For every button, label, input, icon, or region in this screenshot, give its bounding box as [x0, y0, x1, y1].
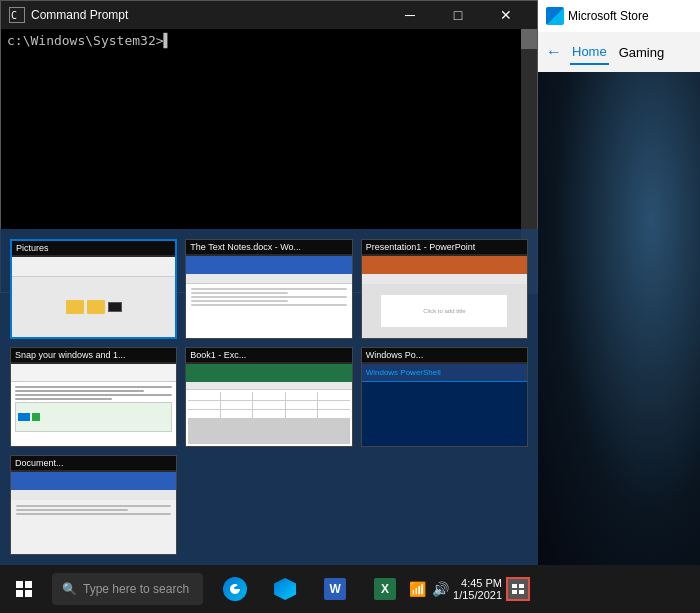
taskbar-app-store[interactable]	[261, 565, 309, 613]
excel-toolbar	[186, 364, 351, 382]
doc-line	[16, 513, 171, 515]
ms-store-icon	[546, 7, 564, 25]
excel-cell	[253, 410, 284, 418]
excel-cell	[253, 401, 284, 409]
network-icon[interactable]: 📶	[409, 581, 426, 597]
excel-cell	[318, 410, 349, 418]
ms-store-home-nav[interactable]: Home	[570, 40, 609, 65]
cmd-scrollbar-thumb[interactable]	[521, 29, 537, 49]
svg-rect-3	[519, 584, 524, 588]
folder-icon	[66, 300, 84, 314]
cmd-minimize-button[interactable]: ─	[387, 1, 433, 29]
excel-cell	[188, 392, 219, 400]
pictures-toolbar	[12, 257, 175, 277]
cmd-cursor: ▌	[164, 33, 172, 48]
thumbnail-powershell[interactable]: Windows Po... Windows PowerShell	[361, 347, 528, 447]
ps-toolbar: Windows PowerShell	[362, 364, 527, 382]
task-view-icon	[512, 584, 524, 594]
edge-content-area	[11, 382, 176, 446]
word-toolbar	[186, 256, 351, 274]
word-doc-area	[186, 284, 351, 338]
edge-snap-visual	[15, 402, 172, 432]
word-line	[191, 288, 346, 290]
start-square	[25, 581, 32, 588]
cmd-close-button[interactable]: ✕	[483, 1, 529, 29]
thumbnail-pictures-content	[12, 257, 175, 337]
ms-store-taskbar-area	[538, 565, 700, 613]
taskbar-app-word[interactable]: W	[311, 565, 359, 613]
excel-ribbon	[186, 382, 351, 390]
ppt-toolbar	[362, 256, 527, 274]
ps-terminal-area	[362, 382, 527, 446]
excel-cell	[188, 410, 219, 418]
doc-area	[11, 500, 176, 554]
start-square	[25, 590, 32, 597]
edge-line	[15, 386, 172, 388]
start-square	[16, 581, 23, 588]
doc-line	[16, 509, 128, 511]
thumbnail-powerpoint[interactable]: Presentation1 - PowerPoint Click to add …	[361, 239, 528, 339]
ppt-slide: Click to add title	[381, 295, 507, 327]
svg-text:C: C	[11, 10, 17, 21]
doc-toolbar	[11, 472, 176, 490]
excel-cell	[318, 392, 349, 400]
time-text: 4:45 PM	[453, 577, 502, 589]
snap-block	[18, 413, 30, 421]
taskbar: 🔍 Type here to search W X 📶 🔊	[0, 565, 538, 613]
search-bar[interactable]: 🔍 Type here to search	[52, 573, 203, 605]
svg-rect-2	[512, 584, 517, 588]
windows-logo-icon	[16, 581, 32, 597]
ms-store-title-text: Microsoft Store	[568, 9, 649, 23]
taskbar-right-area: 📶 🔊 4:45 PM 1/15/2021	[409, 577, 538, 601]
ms-store-back-button[interactable]: ←	[546, 43, 562, 61]
ms-store-nav: ← Home Gaming	[538, 32, 700, 72]
cmd-prompt-text: c:\Windows\System32>	[7, 33, 164, 48]
clock-display[interactable]: 4:45 PM 1/15/2021	[453, 577, 502, 601]
thumbnail-document[interactable]: Document...	[10, 455, 177, 555]
ms-store-gaming-nav[interactable]: Gaming	[617, 41, 667, 64]
excel-cell	[221, 410, 252, 418]
snap-block	[32, 413, 40, 421]
ps-title-text: Windows PowerShell	[366, 368, 441, 377]
thumbnail-excel-content	[186, 364, 351, 446]
taskbar-app-edge[interactable]	[211, 565, 259, 613]
thumbnail-edge-content	[11, 364, 176, 446]
taskbar-pinned-apps: W X	[211, 565, 409, 613]
taskbar-app-excel[interactable]: X	[361, 565, 409, 613]
svg-rect-5	[519, 590, 524, 594]
excel-icon: X	[374, 578, 396, 600]
folder-dark-icon	[108, 302, 122, 312]
word-line	[191, 304, 346, 306]
cmd-titlebar: C Command Prompt ─ □ ✕	[1, 1, 537, 29]
thumbnail-pictures[interactable]: Pictures	[10, 239, 177, 339]
edge-line	[15, 390, 144, 392]
word-icon: W	[324, 578, 346, 600]
ppt-slide-area: Click to add title	[362, 284, 527, 338]
task-view-button[interactable]	[506, 577, 530, 601]
volume-icon[interactable]: 🔊	[432, 581, 449, 597]
start-button[interactable]	[0, 565, 48, 613]
word-line	[191, 300, 288, 302]
svg-rect-4	[512, 590, 517, 594]
excel-cell	[221, 392, 252, 400]
word-ribbon	[186, 274, 351, 284]
excel-cell	[286, 401, 317, 409]
thumbnail-edge[interactable]: Snap your windows and 1...	[10, 347, 177, 447]
task-view-overlay: Pictures The Text Notes.docx - Wo...	[0, 229, 538, 565]
thumbnail-excel-title: Book1 - Exc...	[186, 348, 351, 362]
doc-line	[16, 505, 171, 507]
date-text: 1/15/2021	[453, 589, 502, 601]
excel-cell	[286, 410, 317, 418]
ms-store-panel: Microsoft Store ← Home Gaming	[538, 0, 700, 565]
cmd-maximize-button[interactable]: □	[435, 1, 481, 29]
thumbnail-ps-title: Windows Po...	[362, 348, 527, 362]
ms-store-content-area	[538, 72, 700, 565]
thumbnail-word-title: The Text Notes.docx - Wo...	[186, 240, 351, 254]
search-icon: 🔍	[62, 582, 77, 596]
thumbnail-doc-content	[11, 472, 176, 554]
cmd-window-controls: ─ □ ✕	[387, 1, 529, 29]
thumbnail-edge-title: Snap your windows and 1...	[11, 348, 176, 362]
search-placeholder-text: Type here to search	[83, 582, 189, 596]
thumbnail-word[interactable]: The Text Notes.docx - Wo...	[185, 239, 352, 339]
thumbnail-excel[interactable]: Book1 - Exc...	[185, 347, 352, 447]
